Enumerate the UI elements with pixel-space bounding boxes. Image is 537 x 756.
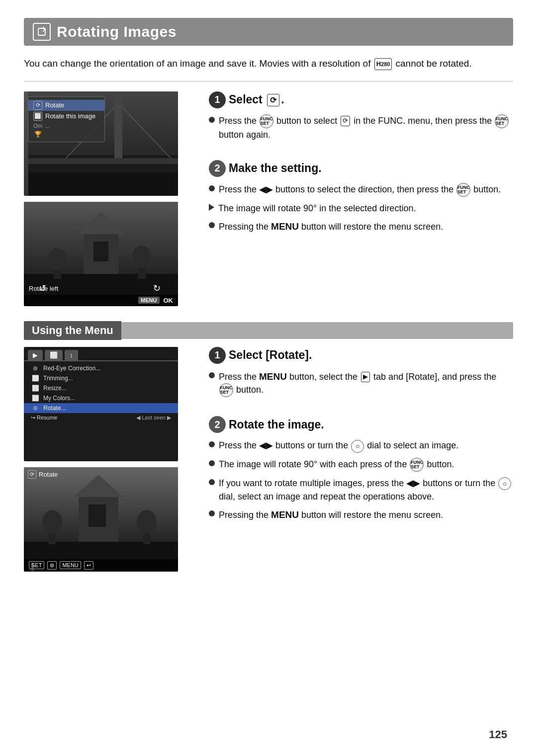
svg-point-30 (137, 510, 157, 534)
sec2-step2-bullet-3: If you want to rotate multiple images, p… (209, 477, 513, 503)
menu-text-2: MENU (259, 371, 287, 382)
rotate-icon-bar: ⊚ (47, 561, 57, 570)
bullet-circle-2 (209, 185, 215, 191)
step2-bullet-3: Pressing the MENU button will restore th… (209, 220, 513, 234)
menu-icon-bar: MENU (60, 561, 81, 569)
lr-arrows-3: ◀▶ (406, 478, 420, 488)
resume-row: ↪ Resume ◀ Last seen ▶ (24, 413, 178, 422)
hd-icon: H280 (374, 58, 392, 70)
resize-icon: ⬜ (31, 385, 40, 392)
set-icon: SET (29, 561, 44, 569)
dial-icon-2: ○ (498, 477, 511, 490)
svg-rect-25 (89, 504, 106, 527)
section2-row: ▶ ⬜ ↕ ⊛ Red-Eye Correction... ⬜ Trimming… (24, 347, 513, 578)
func-btn-3: FUNCSET (456, 183, 470, 197)
lr-arrows-2: ◀▶ (259, 440, 273, 450)
menu-text-1: MENU (271, 221, 299, 232)
step2-header: 2 Make the setting. (209, 160, 513, 177)
back-icon-bar: ↩ (84, 561, 93, 570)
sec2-step1-bullets: Press the MENU button, select the ▶ tab … (209, 370, 513, 398)
bullet-circle-s2-5 (209, 510, 215, 516)
sec2-step2-bullet-1: Press the ◀▶ buttons or turn the ○ dial … (209, 439, 513, 452)
menu-items: ⊛ Red-Eye Correction... ⬜ Trimming... ⬜ … (24, 361, 178, 424)
func-btn-1: FUNCSET (260, 114, 273, 128)
divider-1 (24, 81, 513, 82)
sec2-step2-bullets: Press the ◀▶ buttons or turn the ○ dial … (209, 439, 513, 521)
sec2-step1-number: 1 (209, 347, 226, 364)
step1-bullet-1: Press the FUNCSET button to select ⟳ in … (209, 114, 513, 141)
title-bar: Rotating Images (24, 18, 513, 46)
rotate-icon-sm: ⟳ (341, 116, 350, 126)
mycolors-icon: ⬜ (31, 395, 40, 402)
menu-tabs: ▶ ⬜ ↕ (24, 347, 178, 361)
menu-item-trim: ⬜ Trimming... (24, 373, 178, 383)
menu-item-redeye: ⊛ Red-Eye Correction... (24, 363, 178, 373)
trim-icon: ⬜ (31, 375, 40, 382)
rotate-screen-top-label: ⟳ Rotate (28, 470, 58, 479)
tab-tools: ↕ (65, 350, 78, 360)
camera-screen-rotate: ▐ ⟳ Rotate SET ⊚ MENU ↩ (24, 467, 178, 572)
sec2-step2-header: 2 Rotate the image. (209, 416, 513, 433)
step2-bullet-1: Press the ◀▶ buttons to select the direc… (209, 183, 513, 197)
sec2-step2-bullet-4: Pressing the MENU button will restore th… (209, 508, 513, 522)
rotate-menu-icon-2: ⊚ (31, 405, 40, 412)
tab-play: ▶ (28, 350, 43, 360)
intro-text: You can change the orientation of an ima… (24, 57, 513, 71)
sec2-step2-title: Rotate the image. (229, 418, 324, 431)
step2-title: Make the setting. (229, 162, 322, 175)
lr-arrows-1: ◀▶ (259, 184, 273, 194)
step2-number: 2 (209, 160, 226, 177)
redeye-icon: ⊛ (31, 365, 40, 372)
step1-header: 1 Select ⟳. (209, 91, 513, 108)
rotate-title-icon (33, 23, 51, 41)
section2-label: Using the Menu (24, 321, 121, 340)
step2-bullet-2: The image will rotate 90° in the selecte… (209, 202, 513, 215)
section2-line (121, 322, 513, 339)
page-title: Rotating Images (57, 23, 177, 40)
page-menu-icon: ⬜ (33, 112, 42, 121)
svg-text:↻: ↻ (153, 283, 161, 293)
page-number: 125 (489, 728, 507, 741)
section2-divider: Using the Menu (24, 321, 513, 340)
bullet-circle-1 (209, 117, 215, 123)
screen1-menu: ⟳ Rotate ⬜ Rotate this image Om ... 🏆 (28, 96, 105, 142)
svg-rect-8 (28, 158, 178, 164)
tab-print: ⬜ (45, 350, 63, 360)
section2-image-col: ▶ ⬜ ↕ ⊛ Red-Eye Correction... ⬜ Trimming… (24, 347, 193, 578)
func-btn-2: FUNCSET (495, 114, 509, 128)
func-btn-5: FUNCSET (410, 458, 424, 472)
menu-item-rotate-menu: ⊚ Rotate... (24, 403, 178, 413)
menu-item-trophy: 🏆 (28, 130, 104, 139)
bullet-circle-s2-2 (209, 441, 215, 447)
menu-item-om: Om ... (28, 122, 104, 130)
menu-item-resize: ⬜ Resize... (24, 383, 178, 393)
camera-screen-1: ⟳ Rotate ⬜ Rotate this image Om ... 🏆 (24, 91, 178, 196)
menu-text-3: MENU (271, 509, 299, 520)
sec2-step1-title: Select [Rotate]. (229, 348, 312, 362)
rotate-icon-inline: ⟳ (267, 94, 279, 106)
rotate-screen-icon: ⟳ (28, 470, 36, 479)
camera-screen-menu: ▶ ⬜ ↕ ⊛ Red-Eye Correction... ⬜ Trimming… (24, 347, 178, 461)
camera-screen-2: ↺ ↻ Rotate left MENU OK (24, 202, 178, 306)
svg-rect-7 (114, 97, 122, 161)
step1-number: 1 (209, 91, 226, 108)
svg-point-18 (133, 246, 151, 267)
dial-icon-1: ○ (351, 440, 364, 453)
section2-instructions-col: 1 Select [Rotate]. Press the MENU button… (209, 347, 513, 578)
step1-image-col: ⟳ Rotate ⬜ Rotate this image Om ... 🏆 (24, 91, 193, 312)
menu-item-rotate-this: ⬜ Rotate this image (28, 111, 104, 122)
svg-point-16 (48, 248, 66, 270)
sec2-step1-header: 1 Select [Rotate]. (209, 347, 513, 364)
rotate-bottom-bar: SET ⊚ MENU ↩ (24, 559, 178, 572)
step2-bullets: Press the ◀▶ buttons to select the direc… (209, 183, 513, 234)
sec2-step1-bullet-1: Press the MENU button, select the ▶ tab … (209, 370, 513, 398)
menu-item-mycolors: ⬜ My Colors... (24, 393, 178, 403)
rotate-menu-icon: ⟳ (33, 101, 42, 110)
page: Rotating Images You can change the orien… (0, 0, 537, 756)
sec2-step2-number: 2 (209, 416, 226, 433)
func-btn-4: FUNCSET (219, 383, 233, 397)
step1-row: ⟳ Rotate ⬜ Rotate this image Om ... 🏆 (24, 91, 513, 312)
step1-title: Select ⟳. (229, 93, 284, 106)
bullet-triangle-1 (209, 204, 214, 211)
bullet-circle-s2-4 (209, 479, 215, 485)
